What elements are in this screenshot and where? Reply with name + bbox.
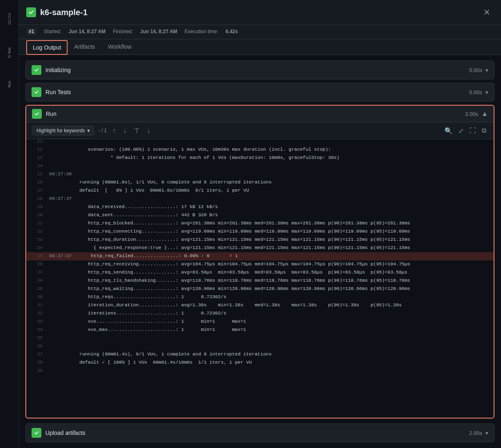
sidebar-label-ntest: N Test xyxy=(7,48,11,58)
log-line-12: 12 scenarios: (100.00%) 1 scenario, 1 ma… xyxy=(26,146,494,154)
toolbar-icon-group: 🔍 ⤢ ⛶ ⧉ xyxy=(443,126,488,136)
step-runtests-chevron[interactable]: ▾ xyxy=(485,89,488,95)
log-line-21: 21 http_req_blocked...............: avg=… xyxy=(26,219,494,228)
log-line-38: 38 default ✓ [ 100% ] 1 VUs 00m01.4s/10m… xyxy=(26,359,494,367)
line-content: http_req_tls_handshaking.......: avg=118… xyxy=(74,277,490,284)
run-step-collapse[interactable]: ▲ xyxy=(481,110,488,118)
line-number: 23 xyxy=(29,236,43,244)
execution-label: Execution time: xyxy=(185,29,218,34)
finished-label: Finished: xyxy=(113,29,133,34)
line-number: 33 xyxy=(29,318,43,326)
log-line-18: 1808:27:37 xyxy=(26,195,494,203)
step-runtests-time: 5.00s xyxy=(469,89,482,95)
log-line-19: 19 data_received..................: 17 k… xyxy=(26,203,494,211)
run-step-icon xyxy=(32,109,42,119)
step-initializing-time: 0.00s xyxy=(469,67,482,73)
line-number: 16 xyxy=(29,179,43,186)
line-number: 37 xyxy=(29,351,43,358)
sidebar-label-cli: CLI Co xyxy=(7,13,11,25)
highlight-keywords-button[interactable]: Highlight for keywords ▾ xyxy=(32,126,94,136)
log-line-37: 37 running (00m01.4s), 0/1 VUs, 1 comple… xyxy=(26,351,494,359)
line-content: http_req_waiting...............: avg=120… xyxy=(74,285,490,292)
left-sidebar: CLI Co N Test Run xyxy=(0,0,19,448)
tab-log-output[interactable]: Log Output xyxy=(26,40,68,55)
log-line-29: 29 http_req_waiting...............: avg=… xyxy=(26,285,494,293)
line-number: 24 xyxy=(29,244,43,252)
tab-workflow[interactable]: Workflow xyxy=(102,39,138,55)
log-line-36: 36 xyxy=(26,342,494,351)
line-number: 35 xyxy=(29,334,43,342)
chevron-down-icon: ▾ xyxy=(87,128,90,133)
log-line-32: 32 iterations.....................: 1 0.… xyxy=(26,310,494,318)
run-step-time: 3.00s xyxy=(465,111,478,117)
meta-bar: #1 Started: Jun 14, 8:27 AM Finished: Ju… xyxy=(19,25,501,39)
line-number: 19 xyxy=(29,203,43,211)
title-bar-left: k6-sample-1 xyxy=(26,7,88,17)
line-number: 28 xyxy=(29,277,43,285)
upload-step-icon xyxy=(32,428,41,438)
log-line-34: 34 vus_max........................: 1 mi… xyxy=(26,326,494,334)
finished-value: Jun 14, 8:27 AM xyxy=(140,29,177,34)
line-number: 36 xyxy=(29,342,43,350)
line-number: 29 xyxy=(29,285,43,293)
filter-down-button[interactable]: ↓ xyxy=(145,126,152,135)
log-line-16: 16 running (00m01.0s), 1/1 VUs, 0 comple… xyxy=(26,179,494,187)
line-content: iterations.....................: 1 0.723… xyxy=(74,310,490,317)
step-initializing-chevron[interactable]: ▾ xyxy=(485,67,488,73)
line-number: 38 xyxy=(29,359,43,367)
upload-step-time: 2.00s xyxy=(469,430,482,436)
log-line-20: 20 data_sent......................: 442 … xyxy=(26,211,494,219)
copy-icon-button[interactable]: ⧉ xyxy=(480,126,488,136)
line-content: http_req_receiving.............: avg=104… xyxy=(74,260,490,268)
main-area: k6-sample-1 ✕ #1 Started: Jun 14, 8:27 A… xyxy=(19,0,501,448)
line-number: 12 xyxy=(29,146,43,154)
upload-step-label: Upload artifacts xyxy=(45,430,85,436)
line-content: http_req_duration..............: avg=121… xyxy=(74,236,490,243)
line-number: 30 xyxy=(29,293,43,301)
filter-top-button[interactable]: ⊤ xyxy=(132,126,141,136)
line-content: http_req_blocked...............: avg=261… xyxy=(74,219,490,227)
step-initializing: Initializing 0.00s ▾ xyxy=(25,61,494,79)
step-initializing-icon xyxy=(32,65,41,75)
title-bar: k6-sample-1 ✕ xyxy=(19,0,501,25)
execution-value: 6.42s xyxy=(226,29,238,34)
log-line-28: 28 http_req_tls_handshaking.......: avg=… xyxy=(26,277,494,285)
log-line-24: 24 { expected_response:true }...: avg=12… xyxy=(26,244,494,252)
line-content: running (00m01.4s), 0/1 VUs, 1 complete … xyxy=(74,351,490,358)
run-box: Run 3.00s ▲ Highlight for keywords ▾ - /… xyxy=(25,105,494,419)
line-number: 32 xyxy=(29,310,43,317)
nav-up-button[interactable]: ↑ xyxy=(111,126,118,135)
log-line-14: 14 xyxy=(26,162,494,170)
log-line-31: 31 iteration_duration.............: avg=… xyxy=(26,301,494,310)
line-content: http_reqs......................: 1 0.723… xyxy=(74,293,490,301)
line-number: 39 xyxy=(29,367,43,375)
line-content: * default: 1 iterations for each of 1 VU… xyxy=(74,154,490,161)
run-step-label: Run xyxy=(46,111,57,117)
tab-artifacts[interactable]: Artifacts xyxy=(68,39,102,55)
highlight-keywords-label: Highlight for keywords xyxy=(36,128,85,133)
nav-info: - / 1 xyxy=(98,128,107,133)
log-line-11: 11 xyxy=(26,139,494,146)
log-line-39: 39 xyxy=(26,367,494,375)
started-value: Jun 14, 8:27 AM xyxy=(68,29,105,34)
step-runtests-icon xyxy=(32,87,41,97)
line-number: 11 xyxy=(29,139,43,145)
close-button[interactable]: ✕ xyxy=(480,6,494,19)
line-number: 20 xyxy=(29,211,43,219)
line-content: data_sent......................: 442 B 3… xyxy=(74,211,490,219)
line-number: 25 xyxy=(29,252,43,260)
line-content: vus............................: 1 min=1… xyxy=(74,318,490,325)
line-number: 15 xyxy=(29,170,43,178)
fullscreen-icon-button[interactable]: ⛶ xyxy=(468,126,478,136)
nav-down-button[interactable]: ↓ xyxy=(122,126,128,135)
line-content: { expected_response:true }...: avg=121.1… xyxy=(74,244,490,251)
expand-icon-button[interactable]: ⤢ xyxy=(457,126,465,136)
line-content: default [ 0% ] 1 VUs 00m01.0s/10m0s 0/1 … xyxy=(74,187,490,194)
search-icon-button[interactable]: 🔍 xyxy=(443,126,454,136)
upload-step-chevron[interactable]: ▾ xyxy=(485,430,488,436)
line-number: 14 xyxy=(29,162,43,170)
line-content: default ✓ [ 100% ] 1 VUs 00m01.4s/10m0s … xyxy=(74,359,490,366)
line-content: running (00m01.0s), 1/1 VUs, 0 complete … xyxy=(74,179,490,186)
log-content[interactable]: 7 execution: local8 script: example.js9 … xyxy=(26,139,494,377)
step-upload-artifacts: Upload artifacts 2.00s ▾ xyxy=(25,423,494,442)
